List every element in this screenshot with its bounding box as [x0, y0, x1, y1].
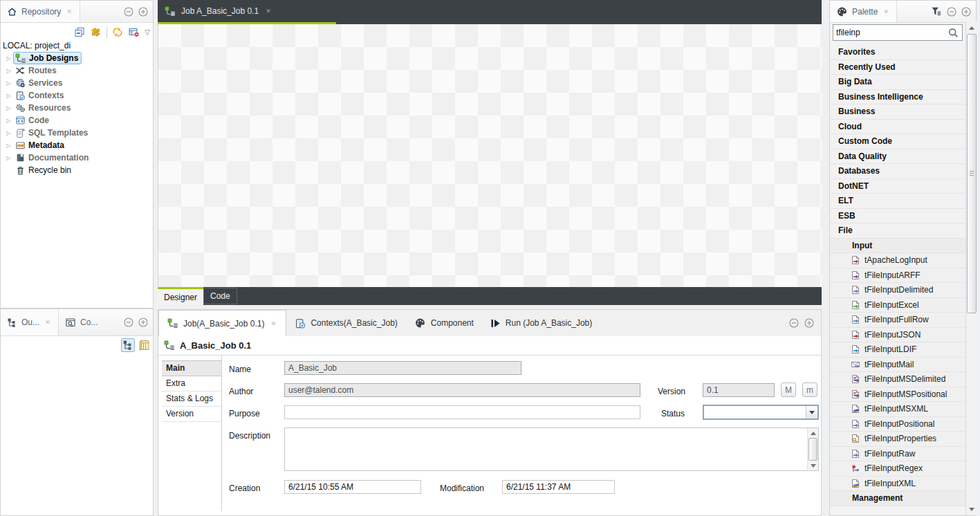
palette-category[interactable]: Favorites — [830, 45, 965, 60]
tab-job[interactable]: Job(A_Basic_Job 0.1) — [158, 310, 286, 336]
expand-arrow-icon[interactable] — [4, 93, 13, 99]
collapse-all-icon[interactable] — [74, 27, 85, 37]
palette-scrollbar[interactable] — [965, 21, 977, 515]
palette-category[interactable]: Recently Used — [830, 60, 965, 75]
expand-arrow-icon[interactable] — [4, 105, 13, 111]
palette-category[interactable]: File — [830, 223, 965, 239]
palette-category[interactable]: Business Intelligence — [830, 90, 965, 105]
close-icon[interactable] — [65, 8, 73, 16]
palette-subcategory[interactable]: Input — [830, 239, 965, 254]
tab-code[interactable]: Code — [203, 288, 237, 304]
minimize-icon[interactable] — [789, 318, 799, 328]
close-icon[interactable] — [882, 8, 890, 16]
palette-component[interactable]: tFileInputFullRow — [830, 313, 965, 328]
scrollbar-thumb[interactable] — [808, 438, 817, 461]
palette-category[interactable]: Big Data — [830, 75, 965, 90]
table-view-icon[interactable] — [138, 340, 150, 351]
description-field[interactable] — [285, 428, 808, 470]
maximize-icon[interactable] — [138, 7, 148, 17]
palette-component[interactable]: tApacheLogInput — [830, 253, 965, 268]
filter-settings-icon[interactable] — [128, 27, 140, 37]
palette-category[interactable]: ELT — [830, 194, 965, 209]
tab-code-viewer[interactable]: Co... — [59, 309, 104, 335]
side-tab-stats-logs[interactable]: Stats & Logs — [162, 391, 221, 407]
expand-arrow-icon[interactable] — [4, 155, 13, 161]
editor-tab-job[interactable]: Job A_Basic_Job 0.1 — [158, 0, 282, 22]
maximize-icon[interactable] — [804, 318, 814, 328]
palette-component[interactable]: tFileInputLDIF — [830, 342, 965, 358]
author-field[interactable] — [284, 383, 640, 397]
scrollbar-thumb[interactable] — [967, 34, 977, 313]
tree-view-icon[interactable] — [121, 338, 135, 352]
minimize-icon[interactable] — [124, 7, 133, 17]
job-design-canvas[interactable] — [158, 24, 822, 287]
version-field[interactable] — [703, 383, 775, 397]
search-input[interactable] — [833, 28, 948, 37]
tab-palette[interactable]: Palette — [830, 1, 897, 22]
palette-component[interactable]: tFileInputDelimited — [830, 283, 965, 298]
close-icon[interactable] — [44, 318, 52, 326]
tab-designer[interactable]: Designer — [158, 287, 203, 305]
tree-item-code[interactable]: Code — [1, 114, 153, 127]
tree-item-documentation[interactable]: Documentation — [1, 151, 153, 164]
filter-icon[interactable] — [931, 6, 942, 17]
tab-run[interactable]: Run (Job A_Basic_Job) — [482, 310, 600, 336]
purpose-field[interactable] — [284, 405, 640, 419]
close-icon[interactable] — [264, 7, 272, 15]
palette-category[interactable]: Business — [830, 104, 965, 120]
tab-repository[interactable]: Repository — [1, 1, 80, 22]
minor-version-button[interactable]: m — [802, 383, 817, 397]
tab-component[interactable]: Component — [406, 310, 482, 336]
minimize-icon[interactable] — [947, 7, 956, 17]
palette-category[interactable]: Custom Code — [830, 134, 965, 149]
tree-item-recycle-bin[interactable]: Recycle bin — [1, 164, 153, 176]
side-tab-version[interactable]: Version — [162, 407, 221, 422]
palette-category[interactable]: Databases — [830, 164, 965, 179]
major-version-button[interactable]: M — [781, 383, 796, 397]
scroll-down-icon[interactable] — [966, 504, 977, 514]
maximize-icon[interactable] — [961, 7, 971, 17]
tab-outline[interactable]: Ou... — [1, 309, 59, 335]
tree-item-routes[interactable]: Routes — [1, 64, 153, 77]
side-tab-main[interactable]: Main — [162, 360, 221, 376]
search-icon[interactable] — [948, 28, 962, 38]
modification-field[interactable] — [502, 480, 615, 494]
tab-contexts[interactable]: Contexts(A_Basic_Job) — [286, 310, 405, 336]
palette-component[interactable]: tFileInputRaw — [830, 447, 965, 462]
tree-item-job-designs[interactable]: Job Designs — [1, 52, 153, 64]
expand-arrow-icon[interactable] — [4, 68, 13, 74]
palette-component[interactable]: tFileInputMail — [830, 358, 965, 373]
palette-category[interactable]: DotNET — [830, 179, 965, 194]
palette-component[interactable]: tFileInputMSXML — [830, 402, 965, 417]
side-tab-extra[interactable]: Extra — [162, 376, 221, 391]
expand-arrow-icon[interactable] — [4, 80, 13, 86]
scroll-down-icon[interactable] — [808, 461, 818, 470]
palette-category[interactable]: Data Quality — [830, 149, 965, 165]
palette-component[interactable]: tFileInputMSDelimited — [830, 372, 965, 387]
tree-item-metadata[interactable]: Metadata — [1, 139, 153, 151]
expand-arrow-icon[interactable] — [4, 130, 13, 136]
tree-item-contexts[interactable]: Contexts — [1, 89, 153, 102]
palette-category[interactable]: Cloud — [830, 120, 965, 135]
scroll-up-icon[interactable] — [808, 428, 818, 438]
close-icon[interactable] — [269, 320, 277, 328]
maximize-icon[interactable] — [138, 317, 148, 327]
palette-component[interactable]: tFileInputXML — [830, 477, 965, 492]
tree-item-services[interactable]: Services — [1, 77, 153, 89]
palette-component[interactable]: tFileInputExcel — [830, 298, 965, 313]
status-dropdown[interactable] — [703, 405, 819, 420]
expand-arrow-icon[interactable] — [4, 118, 13, 124]
palette-category[interactable]: ESB — [830, 209, 965, 224]
palette-component[interactable]: tFileInputARFF — [830, 268, 965, 284]
tree-item-sql-templates[interactable]: SQL Templates — [1, 127, 153, 139]
link-with-editor-icon[interactable] — [90, 27, 102, 37]
expand-arrow-icon[interactable] — [4, 142, 13, 149]
palette-component[interactable]: tFileInputJSON — [830, 328, 965, 343]
view-menu-icon[interactable]: ▽ — [145, 28, 150, 36]
palette-component[interactable]: tFileInputProperties — [830, 432, 965, 447]
tree-item-resources[interactable]: Resources — [1, 102, 153, 114]
refresh-icon[interactable] — [112, 27, 123, 37]
palette-component[interactable]: tFileInputMSPositional — [830, 387, 965, 403]
minimize-icon[interactable] — [124, 317, 133, 327]
palette-component[interactable]: tFileInputRegex — [830, 461, 965, 477]
